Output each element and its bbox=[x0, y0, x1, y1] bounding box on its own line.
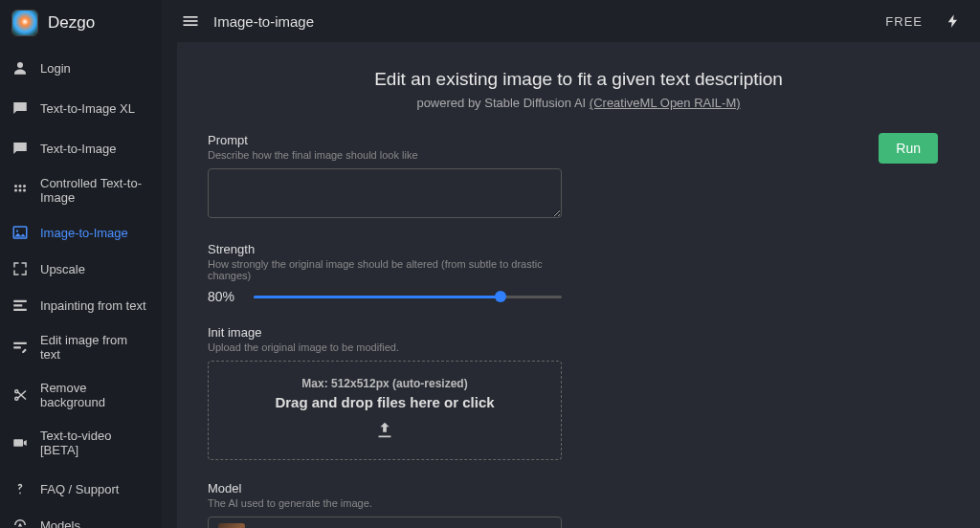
model-thumbnail-icon bbox=[218, 523, 245, 528]
video-icon bbox=[11, 434, 29, 451]
user-icon bbox=[11, 59, 29, 77]
svg-point-3 bbox=[23, 185, 26, 187]
edit-lines-icon bbox=[11, 339, 29, 356]
sidebar-item-upscale[interactable]: Upscale bbox=[0, 251, 162, 287]
sidebar-item-text-to-video[interactable]: Text-to-video [BETA] bbox=[0, 419, 162, 467]
model-help: The AI used to generate the image. bbox=[208, 497, 562, 509]
sidebar-item-label: Upscale bbox=[40, 262, 85, 276]
strength-slider[interactable] bbox=[254, 296, 562, 298]
license-link[interactable]: (CreativeML Open RAIL-M) bbox=[590, 96, 741, 110]
hero-subtitle: powered by Stable Diffusion AI (Creative… bbox=[196, 96, 961, 110]
dropzone-max: Max: 512x512px (auto-resized) bbox=[224, 377, 546, 390]
dropzone-text: Drag and drop files here or click bbox=[224, 394, 546, 410]
svg-point-1 bbox=[14, 185, 17, 187]
svg-point-5 bbox=[19, 189, 22, 192]
expand-icon bbox=[11, 260, 29, 277]
svg-point-0 bbox=[17, 62, 23, 68]
model-select[interactable]: RealDream 12 (realistic) bbox=[208, 517, 562, 528]
init-image-dropzone[interactable]: Max: 512x512px (auto-resized) Drag and d… bbox=[208, 361, 562, 460]
svg-rect-22 bbox=[184, 20, 198, 22]
svg-rect-23 bbox=[184, 24, 198, 26]
sidebar-item-faq[interactable]: FAQ / Support bbox=[0, 471, 162, 507]
prompt-input[interactable] bbox=[208, 168, 562, 218]
svg-rect-9 bbox=[13, 300, 27, 302]
sidebar-item-label: Edit image from text bbox=[40, 333, 150, 362]
hero-title: Edit an existing image to fit a given te… bbox=[196, 69, 961, 90]
svg-point-8 bbox=[16, 230, 18, 231]
sidebar-item-models[interactable]: Models bbox=[0, 507, 162, 528]
upload-icon bbox=[224, 420, 546, 444]
brand-logo-icon bbox=[11, 10, 38, 36]
init-image-help: Upload the original image to be modified… bbox=[208, 341, 562, 353]
sidebar-item-label: Image-to-Image bbox=[40, 226, 128, 240]
svg-rect-16 bbox=[13, 439, 23, 447]
model-label: Model bbox=[208, 481, 562, 495]
svg-point-2 bbox=[19, 185, 22, 187]
sidebar-login-label: Login bbox=[40, 61, 71, 76]
sidebar-item-label: Controlled Text-to-Image bbox=[40, 176, 150, 205]
strength-field: Strength How strongly the original image… bbox=[208, 242, 562, 304]
sidebar-item-label: Text-to-Image bbox=[40, 142, 116, 156]
svg-point-15 bbox=[15, 390, 18, 393]
model-field: Model The AI used to generate the image.… bbox=[208, 481, 562, 528]
bolt-icon[interactable] bbox=[946, 13, 961, 29]
topbar: Image-to-image FREE bbox=[162, 0, 980, 42]
sidebar-item-remove-background[interactable]: Remove background bbox=[0, 371, 162, 419]
help-icon bbox=[11, 480, 29, 497]
svg-rect-13 bbox=[13, 346, 21, 348]
content-area: Edit an existing image to fit a given te… bbox=[177, 42, 980, 528]
sidebar-item-inpainting[interactable]: Inpainting from text bbox=[0, 287, 162, 323]
sidebar-item-label: Inpainting from text bbox=[40, 298, 146, 313]
sidebar-item-text-to-image-xl[interactable]: Text-to-Image XL bbox=[0, 90, 162, 126]
init-image-label: Init image bbox=[208, 325, 562, 340]
gauge-icon bbox=[11, 517, 29, 528]
image-icon bbox=[11, 224, 29, 241]
page-title: Image-to-image bbox=[213, 13, 314, 30]
sidebar-item-label: Remove background bbox=[40, 381, 150, 409]
strength-label: Strength bbox=[208, 242, 562, 256]
sidebar-item-controlled-text-to-image[interactable]: Controlled Text-to-Image bbox=[0, 166, 162, 214]
sidebar-item-image-to-image[interactable]: Image-to-Image bbox=[0, 214, 162, 251]
svg-point-14 bbox=[15, 397, 18, 400]
strength-help: How strongly the original image should b… bbox=[208, 258, 562, 281]
plan-badge: FREE bbox=[885, 14, 923, 29]
svg-rect-11 bbox=[13, 309, 27, 311]
sidebar: Dezgo Login Text-to-Image XL Text-to-Ima… bbox=[0, 0, 162, 528]
sidebar-login[interactable]: Login bbox=[0, 50, 162, 86]
svg-rect-12 bbox=[13, 342, 27, 344]
svg-rect-21 bbox=[184, 16, 198, 18]
message-icon bbox=[11, 99, 29, 117]
brand-row[interactable]: Dezgo bbox=[0, 0, 162, 46]
strength-value: 80% bbox=[208, 289, 242, 304]
prompt-field: Prompt Describe how the final image shou… bbox=[208, 133, 562, 221]
init-image-field: Init image Upload the original image to … bbox=[208, 325, 562, 460]
sidebar-item-edit-image[interactable]: Edit image from text bbox=[0, 323, 162, 371]
sidebar-item-label: FAQ / Support bbox=[40, 482, 119, 496]
sidebar-item-label: Text-to-video [BETA] bbox=[40, 429, 150, 457]
sidebar-item-label: Models bbox=[40, 518, 80, 529]
cut-icon bbox=[11, 386, 29, 404]
prompt-label: Prompt bbox=[208, 133, 562, 147]
prompt-help: Describe how the final image should look… bbox=[208, 149, 562, 161]
svg-point-4 bbox=[14, 189, 17, 192]
menu-toggle-button[interactable] bbox=[181, 11, 200, 31]
sidebar-item-label: Text-to-Image XL bbox=[40, 101, 135, 116]
svg-rect-10 bbox=[13, 304, 22, 306]
sidebar-item-text-to-image[interactable]: Text-to-Image bbox=[0, 130, 162, 166]
run-button[interactable]: Run bbox=[879, 133, 938, 164]
svg-point-6 bbox=[23, 189, 26, 192]
brand-name: Dezgo bbox=[48, 13, 95, 33]
slider-thumb[interactable] bbox=[495, 291, 506, 302]
message-icon bbox=[11, 140, 29, 157]
grid-icon bbox=[11, 182, 29, 199]
lines-icon bbox=[11, 297, 29, 314]
